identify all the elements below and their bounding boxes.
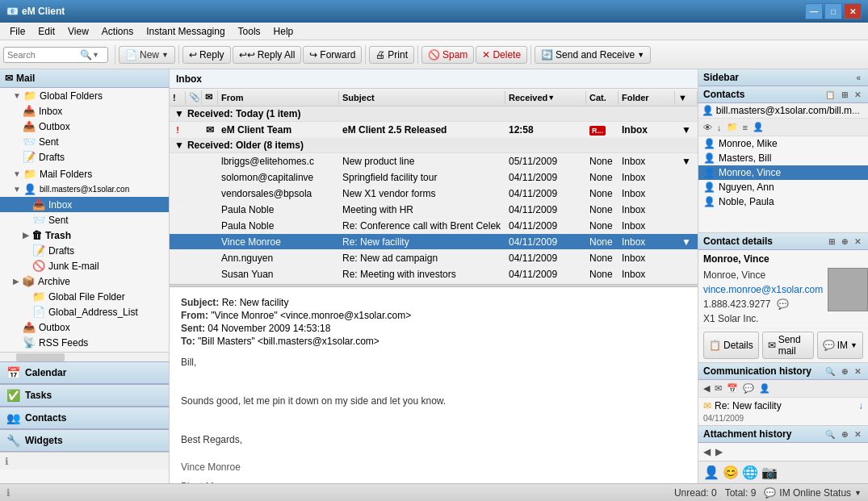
col-from-header[interactable]: From <box>218 91 339 104</box>
col-flag-header[interactable]: ! <box>170 91 186 104</box>
send-receive-button[interactable]: 🔄 Send and Receive ▼ <box>535 46 651 64</box>
nav-contacts[interactable]: 👥 Contacts <box>0 407 169 429</box>
global-folders-header[interactable]: ▼ 📁 Global Folders <box>0 88 169 103</box>
email-row[interactable]: Vince Monroe Re: New facility 04/11/2009… <box>170 234 698 250</box>
menu-help[interactable]: Help <box>267 24 300 39</box>
ch-btn-4[interactable]: 💬 <box>741 382 756 395</box>
ch-tool-2[interactable]: ⊕ <box>839 366 850 377</box>
contact-item-selected[interactable]: 👤 Monroe, Vince <box>698 165 868 180</box>
ah-btn-1[interactable]: ◀ <box>702 445 712 459</box>
details-button[interactable]: 📋 Details <box>703 332 759 359</box>
filter-cell[interactable]: ▼ <box>675 236 698 248</box>
email-row[interactable]: Ann.nguyen Re: New ad campaign 04/11/200… <box>170 250 698 266</box>
print-button[interactable]: 🖨 Print <box>369 46 414 64</box>
delete-button[interactable]: ✕ Delete <box>476 46 527 64</box>
col-folder-header[interactable]: Folder <box>619 91 675 104</box>
account-drafts[interactable]: 📝 Drafts <box>0 243 169 258</box>
filter-cell[interactable]: ▼ <box>675 156 698 167</box>
contacts-tool-2[interactable]: ⊞ <box>839 90 850 100</box>
col-subject-header[interactable]: Subject <box>339 91 505 104</box>
mail-section-header[interactable]: ✉ Mail <box>0 69 169 88</box>
contact-item[interactable]: 👤 Masters, Bill <box>698 151 868 165</box>
account-item[interactable]: ▼ 👤 bill.masters@x1solar.con <box>0 182 169 197</box>
ch-btn-2[interactable]: ✉ <box>713 382 723 395</box>
menu-view[interactable]: View <box>61 24 95 39</box>
global-sent[interactable]: 📨 Sent <box>0 134 169 149</box>
search-box[interactable]: 🔍 ▼ <box>3 47 108 63</box>
sidebar-icon-1[interactable]: 👤 <box>703 465 719 480</box>
reply-button[interactable]: ↩ Reply <box>182 46 231 64</box>
ct-btn-1[interactable]: 👁 <box>702 121 714 134</box>
col-cat-header[interactable]: Cat. <box>586 91 619 104</box>
reply-all-button[interactable]: ↩↩ Reply All <box>233 46 302 64</box>
archive-outbox[interactable]: 📤 Outbox <box>0 319 169 335</box>
nav-calendar[interactable]: 📅 Calendar <box>0 361 169 384</box>
rss-feeds[interactable]: 📡 RSS Feeds <box>0 335 169 350</box>
col-filter-header[interactable]: ▼ <box>675 91 698 104</box>
ch-tool-1[interactable]: 🔍 <box>823 366 837 377</box>
group-today[interactable]: ▼ Received: Today (1 item) <box>170 106 698 122</box>
sidebar-icon-4[interactable]: 📷 <box>761 465 778 480</box>
global-inbox[interactable]: 📥 Inbox <box>0 103 169 119</box>
search-input[interactable] <box>7 50 80 60</box>
contact-item[interactable]: 👤 Monroe, Mike <box>698 136 868 151</box>
global-outbox[interactable]: 📤 Outbox <box>0 119 169 134</box>
menu-file[interactable]: File <box>3 24 31 39</box>
ah-btn-2[interactable]: ▶ <box>714 445 724 459</box>
ct-btn-2[interactable]: ↓ <box>715 121 723 134</box>
col-attach-header[interactable]: 📎 <box>186 90 202 104</box>
contacts-close[interactable]: ✕ <box>852 90 863 100</box>
menu-instant-messaging[interactable]: Instant Messaging <box>140 24 231 39</box>
email-row[interactable]: solomon@capitalinve Springfield facility… <box>170 169 698 186</box>
col-read-header[interactable]: ✉ <box>202 90 218 104</box>
global-address-list[interactable]: 📄 Global_Address_List <box>0 304 169 319</box>
account-inbox[interactable]: 📥 Inbox <box>0 197 169 212</box>
spam-button[interactable]: 🚫 Spam <box>421 46 474 64</box>
cd-tool-2[interactable]: ⊕ <box>839 236 850 247</box>
email-row[interactable]: lbriggs@elitehomes.c New product line 05… <box>170 153 698 169</box>
filter-cell[interactable]: ▼ <box>675 124 698 136</box>
ch-btn-5[interactable]: 👤 <box>757 382 772 395</box>
contact-item[interactable]: 👤 Noble, Paula <box>698 194 868 209</box>
ct-btn-5[interactable]: 👤 <box>751 120 765 134</box>
send-receive-dropdown-icon[interactable]: ▼ <box>637 51 644 59</box>
group-older[interactable]: ▼ Received: Older (8 items) <box>170 138 698 153</box>
cd-tool-1[interactable]: ⊞ <box>826 236 837 247</box>
maximize-button[interactable]: □ <box>824 3 842 19</box>
ct-btn-4[interactable]: ≡ <box>741 121 749 134</box>
contacts-tool-1[interactable]: 📋 <box>823 90 837 100</box>
sidebar-expand-icon[interactable]: « <box>853 73 863 83</box>
ch-close[interactable]: ✕ <box>852 366 863 377</box>
nav-tasks[interactable]: ✅ Tasks <box>0 384 169 407</box>
cd-close[interactable]: ✕ <box>852 236 863 247</box>
contact-item[interactable]: 👤 Nguyen, Ann <box>698 180 868 194</box>
ah-tool-2[interactable]: ⊕ <box>839 429 850 440</box>
forward-button[interactable]: ↪ Forward <box>303 46 362 64</box>
sidebar-icon-3[interactable]: 🌐 <box>742 465 758 480</box>
email-row[interactable]: Paula Noble Re: Conference call with Bre… <box>170 218 698 234</box>
search-dropdown-icon[interactable]: ▼ <box>92 51 99 59</box>
nav-widgets[interactable]: 🔧 Widgets <box>0 429 169 452</box>
mail-folders-header[interactable]: ▼ 📁 Mail Folders <box>0 166 169 182</box>
email-row[interactable]: Susan Yuan Re: Meeting with investors 04… <box>170 266 698 282</box>
account-junk[interactable]: 🚫 Junk E-mail <box>0 258 169 273</box>
col-received-header[interactable]: Received ▼ <box>505 91 586 104</box>
ah-close[interactable]: ✕ <box>852 429 863 440</box>
ct-btn-3[interactable]: 📁 <box>725 120 740 134</box>
im-dropdown-icon[interactable]: ▼ <box>850 341 858 349</box>
im-status-dropdown[interactable]: ▼ <box>854 489 862 497</box>
ah-tool-1[interactable]: 🔍 <box>823 429 837 440</box>
new-button[interactable]: 📄 New ▼ <box>119 46 175 64</box>
ch-btn-1[interactable]: ◀ <box>702 382 711 395</box>
comm-history-item[interactable]: ✉ Re: New facility ↓ <box>698 398 868 414</box>
global-file-folder[interactable]: 📁 Global File Folder <box>0 289 169 304</box>
email-row[interactable]: vendorsales@bpsola New X1 vendor forms 0… <box>170 186 698 202</box>
menu-edit[interactable]: Edit <box>31 24 61 39</box>
minimize-button[interactable]: — <box>805 3 823 19</box>
email-row[interactable]: ! ✉ eM Client Team eM Client 2.5 Release… <box>170 122 698 138</box>
menu-actions[interactable]: Actions <box>95 24 140 39</box>
sidebar-icon-2[interactable]: 😊 <box>723 465 739 480</box>
email-row[interactable]: Paula Noble Meeting with HR 04/11/2009 N… <box>170 202 698 218</box>
im-button[interactable]: 💬 IM ▼ <box>817 332 863 359</box>
menu-tools[interactable]: Tools <box>232 24 267 39</box>
